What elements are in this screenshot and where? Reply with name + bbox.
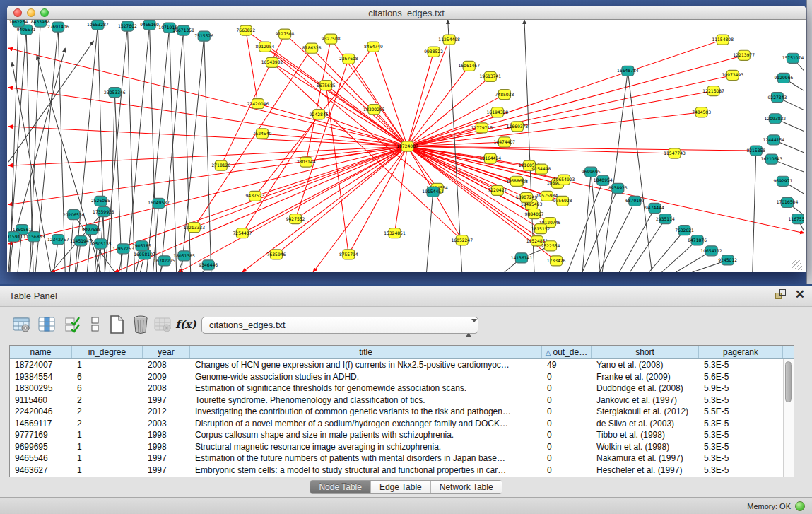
network-edge[interactable] (408, 95, 505, 146)
network-node[interactable]: 16671358 (172, 25, 194, 35)
network-edge[interactable] (567, 180, 603, 272)
network-edge[interactable] (306, 39, 331, 162)
network-graph[interactable]: 9405571276914061065328715276029466160107… (8, 20, 804, 272)
network-node[interactable]: 18051385 (173, 251, 195, 261)
network-edge[interactable] (147, 28, 170, 272)
network-edge[interactable] (326, 86, 407, 146)
network-node[interactable]: 2935114 (656, 214, 675, 224)
network-node[interactable]: 7220427 (488, 185, 507, 195)
network-edge[interactable] (313, 146, 407, 272)
network-edge[interactable] (408, 146, 756, 151)
network-node[interactable]: 14136141 (511, 253, 533, 263)
network-node[interactable]: 16061467 (458, 61, 480, 71)
network-node[interactable]: 16782275 (153, 256, 175, 266)
table-row[interactable]: 946362711997Embryonic stem cells: a mode… (10, 465, 794, 477)
network-node[interactable]: 1527602 (118, 21, 137, 31)
network-edge[interactable] (591, 172, 600, 272)
column-header-short[interactable]: short (592, 346, 699, 358)
network-edge[interactable] (150, 25, 157, 272)
table-row[interactable]: 911546021997Tourette syndrome. Phenomeno… (10, 395, 794, 407)
network-edge[interactable] (408, 146, 517, 181)
network-node[interactable]: 7632621 (675, 226, 694, 235)
network-edge[interactable] (105, 26, 127, 272)
network-node[interactable]: 9127508 (276, 29, 295, 39)
network-node[interactable]: 9154498 (532, 164, 551, 174)
tab-network-table[interactable]: Network Table (431, 481, 502, 493)
table-selector-dropdown[interactable]: citations_edges.txt (201, 317, 478, 334)
network-node[interactable]: 9437523 (246, 191, 265, 201)
network-node[interactable]: 23053346 (104, 88, 126, 98)
network-node[interactable]: 9474444 (645, 203, 664, 213)
network-node[interactable]: 10474407 (494, 137, 516, 147)
network-node[interactable]: 8755794 (339, 250, 358, 259)
network-edge[interactable] (69, 215, 73, 272)
network-edge[interactable] (373, 47, 407, 146)
network-node[interactable]: 2803144 (297, 157, 316, 167)
network-node[interactable]: 9692971 (774, 176, 793, 186)
network-node[interactable]: 1167558 (789, 214, 804, 224)
network-node[interactable]: 11451947 (70, 236, 92, 246)
network-edge[interactable] (204, 36, 211, 272)
network-node[interactable]: 20206536 (63, 210, 85, 220)
column-header-year[interactable]: year (143, 346, 190, 358)
network-edge[interactable] (619, 208, 654, 272)
network-edge[interactable] (408, 75, 733, 146)
column-header-out_de[interactable]: △out_de… (542, 346, 592, 358)
network-edge[interactable] (114, 146, 407, 272)
network-node[interactable]: 9699695 (582, 167, 601, 177)
network-node[interactable]: 12215087 (702, 86, 724, 96)
network-window-titlebar[interactable]: citations_edges.txt (7, 6, 806, 20)
network-node[interactable]: 7663822 (237, 25, 256, 35)
resize-grip[interactable] (792, 260, 802, 270)
table-row[interactable]: 977716911998Corpus callosum shape and si… (10, 429, 794, 441)
show-columns-icon[interactable] (37, 314, 58, 335)
network-edge[interactable] (161, 30, 184, 272)
network-node[interactable]: 8912954 (256, 42, 275, 52)
network-node[interactable]: 7484503 (692, 107, 711, 117)
network-node[interactable]: 9327508 (322, 34, 341, 44)
tab-edge-table[interactable]: Edge Table (371, 481, 431, 493)
network-edge[interactable] (448, 20, 462, 272)
network-node[interactable]: 8454749 (364, 42, 383, 52)
network-node[interactable]: 8215358 (746, 146, 765, 156)
network-node[interactable]: 9466160 (140, 20, 159, 30)
network-node[interactable]: 9129966 (775, 73, 794, 83)
table-settings-icon[interactable] (11, 314, 33, 335)
table-row[interactable]: 969969511998Structural magnetic resonanc… (10, 441, 794, 453)
network-node[interactable]: 5675685 (317, 80, 336, 90)
network-node[interactable]: 10654112 (700, 246, 722, 256)
network-node[interactable]: 11547743 (664, 148, 686, 158)
network-node[interactable]: 2522554 (541, 241, 560, 251)
network-edge[interactable] (408, 55, 744, 146)
network-edge[interactable] (753, 151, 756, 272)
table-row[interactable]: 1872400712008Changes of HCN gene express… (10, 359, 794, 371)
network-node[interactable]: 15324851 (384, 228, 406, 238)
network-node[interactable]: 17957253 (112, 244, 134, 254)
table-row[interactable]: 1830029562008Estimation of significance … (10, 382, 794, 395)
network-node[interactable]: 12213977 (733, 50, 755, 60)
network-node[interactable]: 11669378 (507, 122, 529, 132)
network-node[interactable]: 12342757 (47, 235, 69, 245)
scrollbar-thumb[interactable] (785, 361, 792, 402)
network-edge[interactable] (127, 26, 134, 272)
network-node[interactable]: 7635946 (267, 250, 286, 259)
network-edge[interactable] (408, 52, 434, 146)
network-node[interactable]: 17016504 (777, 197, 799, 207)
network-node[interactable]: 8186328 (302, 43, 322, 53)
network-node[interactable]: 7254407 (233, 228, 252, 238)
network-edge[interactable] (649, 230, 684, 272)
row-height-icon[interactable] (85, 314, 106, 335)
network-node[interactable]: 9346446 (199, 260, 218, 270)
network-node[interactable]: 9938522 (424, 47, 443, 57)
network-canvas[interactable]: 9405571276914061065328715276029466160107… (8, 20, 804, 272)
column-header-in_degree[interactable]: in_degree (72, 346, 143, 358)
network-node[interactable]: 19154451 (422, 187, 444, 197)
column-header-title[interactable]: title (190, 346, 542, 358)
network-node[interactable]: 6879197 (625, 196, 645, 206)
network-node[interactable]: 2718126 (211, 160, 230, 170)
network-edge[interactable] (170, 28, 177, 272)
network-node[interactable]: 16194328 (487, 107, 509, 117)
network-node[interactable]: 10688609 (506, 176, 528, 186)
network-node[interactable]: 27691406 (47, 22, 69, 32)
network-node[interactable]: 11254498 (438, 35, 460, 45)
